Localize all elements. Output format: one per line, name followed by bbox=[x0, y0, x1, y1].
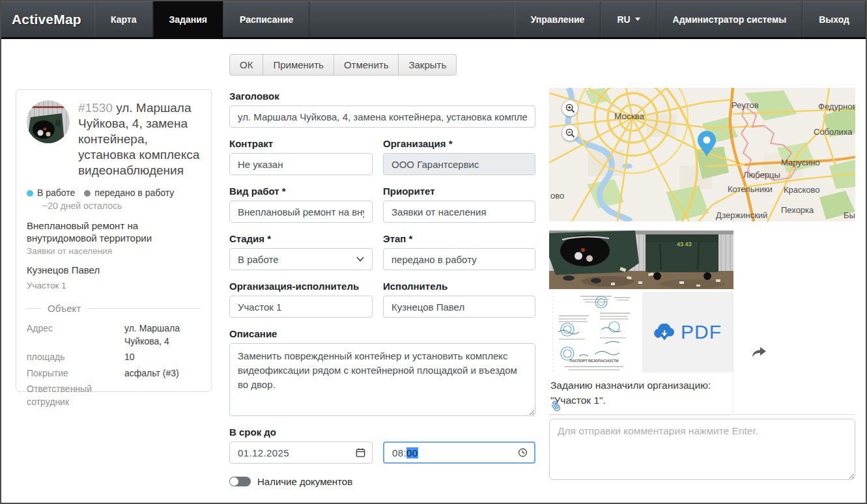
attachment-document-scan[interactable]: ПАСПОРТ БЕЗОПАСНОСТИ bbox=[549, 292, 639, 372]
map-zoom-in-button[interactable] bbox=[561, 100, 578, 117]
priority-input[interactable] bbox=[383, 201, 535, 223]
deadline-time-input[interactable]: 08:00 bbox=[383, 441, 535, 464]
attach-file-button[interactable] bbox=[550, 400, 561, 415]
attr-label: Ответственный сотрудник bbox=[27, 383, 124, 408]
task-title: #1530 ул. Маршала Чуйкова, 4, замена кон… bbox=[78, 100, 201, 178]
field-stage: Стадия * В работе bbox=[229, 233, 373, 270]
forward-message-button[interactable] bbox=[752, 347, 766, 361]
map-label-dzerzhinsky: Дзержинский bbox=[716, 210, 767, 220]
field-organization: Организация * bbox=[383, 138, 535, 175]
object-attributes: Адрес ул. Маршала Чуйкова, 4 площадь 10 … bbox=[27, 322, 201, 409]
description-label: Описание bbox=[229, 328, 535, 339]
field-step: Этап * bbox=[383, 233, 535, 270]
documents-toggle-row: Наличие документов bbox=[229, 476, 535, 487]
nav-user-menu[interactable]: Администратор системы bbox=[657, 1, 803, 37]
nav-logout[interactable]: Выход bbox=[803, 1, 866, 37]
attachment-pdf[interactable]: PDF bbox=[642, 292, 733, 372]
contractor-org-input[interactable] bbox=[229, 296, 373, 318]
chevron-down-icon bbox=[356, 257, 364, 262]
attr-value: ул. Маршала Чуйкова, 4 bbox=[124, 322, 201, 348]
selected-minutes-segment[interactable]: 00 bbox=[406, 447, 418, 458]
attachment-thumbnails: ПАСПОРТ БЕЗОПАСНОСТИ PDF bbox=[549, 292, 733, 372]
nav-spacer bbox=[309, 1, 514, 37]
attr-value: асфальт (#3) bbox=[124, 367, 201, 380]
cancel-button[interactable]: Отменить bbox=[334, 54, 399, 76]
app-logo: ActiveMap bbox=[1, 1, 94, 37]
task-id: #1530 bbox=[78, 101, 113, 115]
zoom-out-icon bbox=[565, 128, 575, 138]
deadline-label: В срок до bbox=[229, 427, 373, 438]
field-title: Заголовок bbox=[229, 91, 535, 128]
attr-label: Покрытие bbox=[27, 367, 124, 380]
field-work-type: Вид работ * bbox=[229, 186, 373, 223]
share-arrow-icon bbox=[752, 347, 766, 358]
pdf-label: PDF bbox=[681, 321, 722, 343]
nav-tab-schedule[interactable]: Расписание bbox=[223, 1, 309, 37]
feed-message-text: Заданию назначили организацию: "Участок … bbox=[549, 372, 733, 412]
pdf-download-icon bbox=[653, 324, 675, 341]
toggle-knob bbox=[230, 477, 238, 486]
time-left-note: ~20 дней осталось bbox=[27, 201, 201, 211]
caret-down-icon bbox=[635, 18, 640, 21]
stage-dot-icon bbox=[27, 190, 33, 197]
step-dot-icon bbox=[84, 190, 91, 197]
description-textarea[interactable] bbox=[229, 343, 535, 416]
field-contract: Контракт bbox=[229, 138, 373, 175]
attr-label: площадь bbox=[27, 351, 124, 364]
deadline-date-input[interactable]: 01.12.2025 bbox=[229, 441, 373, 464]
map-label-fedurnovo: Федурново bbox=[818, 102, 855, 111]
object-section-divider: Объект bbox=[27, 303, 201, 314]
task-photo-avatar[interactable] bbox=[27, 100, 70, 143]
nav-tab-tasks[interactable]: Задания bbox=[153, 1, 223, 37]
comment-input[interactable] bbox=[549, 419, 855, 480]
avatar-image bbox=[27, 100, 70, 143]
app-window: ActiveMap Карта Задания Расписание Управ… bbox=[0, 0, 867, 504]
clock-icon[interactable] bbox=[518, 448, 528, 458]
title-label: Заголовок bbox=[229, 91, 535, 102]
map-canvas[interactable]: Москва Реутов Федурново Соболиха Марусин… bbox=[549, 88, 855, 221]
step-label: Этап * bbox=[383, 233, 535, 244]
map-label-lyubertsy: Люберцы bbox=[743, 170, 780, 180]
attr-value bbox=[124, 383, 201, 408]
calendar-icon[interactable] bbox=[356, 448, 365, 458]
nav-language-dropdown[interactable]: RU bbox=[601, 1, 656, 37]
documents-toggle-label: Наличие документов bbox=[257, 476, 352, 487]
map-zoom-out-button[interactable] bbox=[561, 124, 578, 141]
map-label-bykovo: Быково bbox=[844, 210, 855, 220]
title-input[interactable] bbox=[229, 105, 535, 128]
assignee-input[interactable] bbox=[383, 296, 535, 318]
map-label-marusino: Марусино bbox=[781, 158, 820, 167]
step-status: передано в работу bbox=[84, 188, 174, 198]
nav-tab-map[interactable]: Карта bbox=[94, 1, 153, 37]
field-deadline: В срок до 01.12.2025 08:00 bbox=[229, 427, 535, 464]
stage-select[interactable]: В работе bbox=[229, 248, 373, 270]
attr-label: Адрес bbox=[27, 322, 124, 348]
map-label-reutov: Реутов bbox=[732, 100, 759, 110]
step-input[interactable] bbox=[383, 248, 535, 270]
map-label-kraskovo: Красково bbox=[784, 185, 820, 195]
work-type-input[interactable] bbox=[229, 201, 373, 223]
apply-button[interactable]: Применить bbox=[263, 54, 334, 76]
assignee-label: Исполнитель bbox=[383, 281, 535, 292]
contractor-org-label: Организация-исполнитель bbox=[229, 281, 373, 292]
nav-menu-management[interactable]: Управление bbox=[515, 1, 601, 37]
deadline-time-label bbox=[383, 427, 535, 438]
task-organization: Участок 1 bbox=[27, 281, 201, 290]
top-navbar: ActiveMap Карта Задания Расписание Управ… bbox=[1, 1, 866, 39]
task-summary-card: #1530 ул. Маршала Чуйкова, 4, замена кон… bbox=[16, 89, 212, 392]
map-label-ovo: ово bbox=[550, 191, 564, 201]
comment-box bbox=[549, 419, 855, 483]
documents-toggle[interactable] bbox=[229, 477, 251, 486]
field-description: Описание bbox=[229, 328, 535, 416]
task-card-header: #1530 ул. Маршала Чуйкова, 4, замена кон… bbox=[27, 100, 201, 178]
map-label-pekhorka: Пехорка bbox=[781, 205, 814, 215]
contract-input[interactable] bbox=[229, 153, 373, 175]
close-button[interactable]: Закрыть bbox=[398, 54, 457, 76]
paperclip-icon bbox=[550, 400, 561, 412]
task-status-row: В работепередано в работу bbox=[27, 186, 201, 199]
attachment-photo-containers[interactable]: 43 43 bbox=[549, 231, 733, 289]
document-caption-text: ПАСПОРТ БЕЗОПАСНОСТИ bbox=[570, 359, 619, 363]
feed-divider bbox=[549, 414, 855, 415]
map[interactable]: Москва Реутов Федурново Соболиха Марусин… bbox=[549, 88, 855, 221]
ok-button[interactable]: ОК bbox=[229, 54, 263, 76]
